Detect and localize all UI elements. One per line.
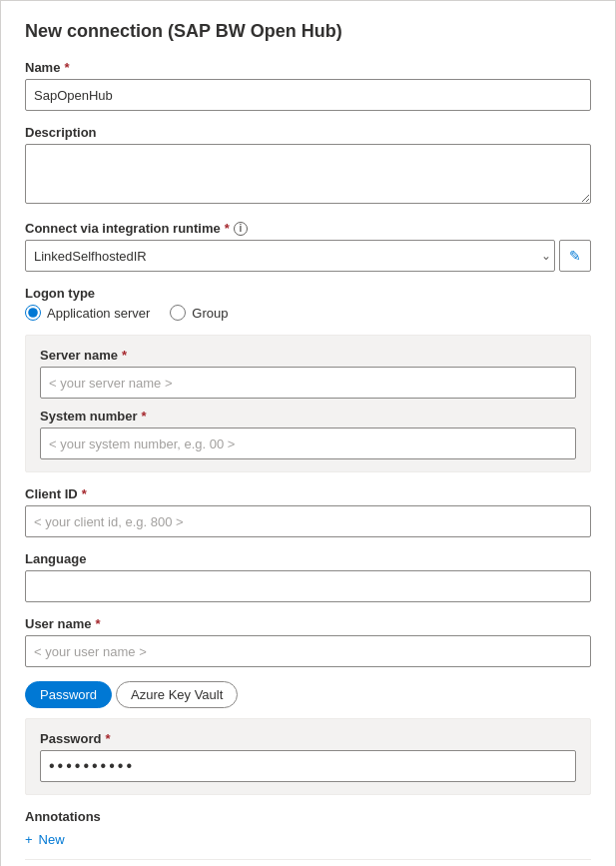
tab-password[interactable]: Password [25,681,112,708]
username-field-group: User name * [25,616,591,667]
name-input[interactable] [25,79,591,111]
password-input[interactable] [40,750,576,782]
name-field-group: Name * [25,60,591,111]
server-name-label: Server name * [40,348,576,363]
system-number-required: * [142,409,147,424]
runtime-required: * [225,221,230,236]
plus-icon: + [25,832,33,847]
language-input[interactable] [25,570,591,602]
edit-icon: ✎ [569,248,581,264]
client-id-label: Client ID * [25,486,591,501]
runtime-select-wrapper: LinkedSelfhostedIR ⌄ ✎ [25,240,591,272]
radio-app-server[interactable] [25,305,41,321]
username-input[interactable] [25,635,591,667]
logon-type-radio-group: Application server Group [25,305,591,321]
password-required: * [105,731,110,746]
password-field-group: Password * [40,731,576,782]
logon-type-label: Logon type [25,286,591,301]
client-id-required: * [82,486,87,501]
system-number-input[interactable] [40,428,576,459]
logon-type-section: Logon type Application server Group [25,286,591,321]
name-label: Name * [25,60,591,75]
username-required: * [95,616,100,631]
radio-group[interactable] [170,305,186,321]
radio-app-server-text: Application server [47,306,150,321]
description-input[interactable] [25,144,591,204]
server-name-required: * [122,348,127,363]
system-number-label: System number * [40,409,576,424]
language-label: Language [25,551,591,566]
runtime-edit-button[interactable]: ✎ [559,240,591,272]
password-subsection: Password * [25,718,591,795]
annotations-section: Annotations + New [25,809,591,866]
runtime-field-group: Connect via integration runtime * i Link… [25,221,591,272]
add-new-button[interactable]: + New [25,828,65,851]
username-label: User name * [25,616,591,631]
description-field-group: Description [25,125,591,207]
server-name-field-group: Server name * [40,348,576,399]
annotations-label: Annotations [25,809,591,824]
divider [25,859,591,860]
name-required: * [64,60,69,75]
client-id-field-group: Client ID * [25,486,591,537]
client-id-input[interactable] [25,505,591,537]
description-label: Description [25,125,591,140]
new-connection-dialog: New connection (SAP BW Open Hub) Name * … [0,0,616,866]
dialog-title: New connection (SAP BW Open Hub) [25,21,591,42]
runtime-label: Connect via integration runtime * i [25,221,591,236]
app-server-subsection: Server name * System number * [25,335,591,472]
new-label: New [39,832,65,847]
tab-azure-key-vault[interactable]: Azure Key Vault [116,681,238,708]
server-name-input[interactable] [40,367,576,399]
radio-group-text: Group [192,306,228,321]
runtime-select[interactable]: LinkedSelfhostedIR [25,240,555,272]
radio-group-label[interactable]: Group [170,305,228,321]
password-tab-group: Password Azure Key Vault [25,681,591,708]
system-number-field-group: System number * [40,409,576,459]
runtime-info-icon[interactable]: i [234,222,248,236]
language-field-group: Language [25,551,591,602]
password-label: Password * [40,731,576,746]
radio-app-server-label[interactable]: Application server [25,305,150,321]
